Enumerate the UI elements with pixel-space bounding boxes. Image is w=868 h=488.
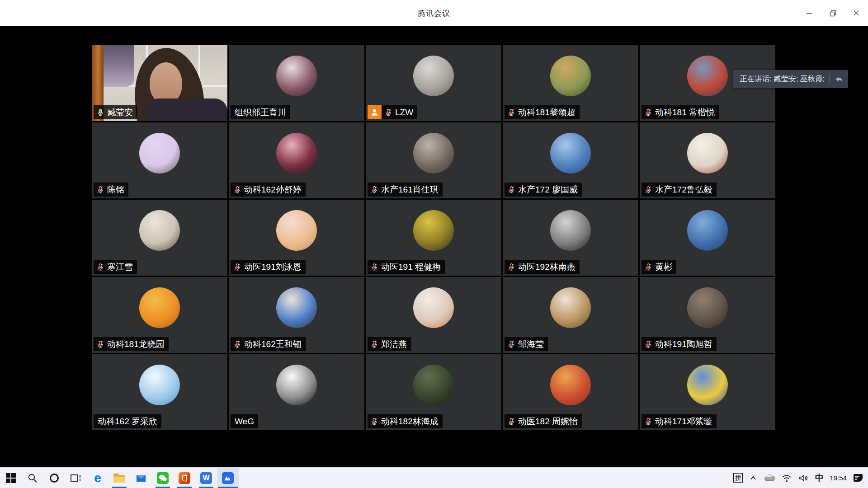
participant-tile[interactable]: WeG: [229, 354, 364, 430]
participant-label: WeG: [231, 414, 258, 428]
wifi-tray-item[interactable]: [781, 468, 792, 488]
hidden-icons-chevron-icon: [749, 474, 757, 482]
wps-icon: W: [200, 472, 212, 484]
participant-label: 动科162孙舒婷: [231, 183, 306, 197]
participant-tile[interactable]: 动科162王和钿: [229, 277, 364, 353]
participant-tile[interactable]: 动科181龙晓园: [92, 277, 227, 353]
participant-name: 动科171邓紫璇: [655, 416, 712, 427]
participant-avatar: [687, 56, 728, 96]
member-badge-icon: [368, 105, 382, 119]
restore-button[interactable]: [821, 0, 844, 26]
mic-muted-icon: [96, 186, 104, 194]
office-taskbar-button[interactable]: [174, 468, 195, 488]
participant-avatar: [139, 210, 180, 251]
participant-tile[interactable]: 郑洁燕: [366, 277, 501, 353]
participant-label: 动科181 常楷悦: [642, 105, 719, 119]
meeting-taskbar-button[interactable]: [217, 468, 239, 488]
ime-lang-tray-item[interactable]: 中: [815, 468, 824, 488]
participant-label: 动科181黎颂超: [505, 105, 580, 119]
mic-muted-icon: [644, 340, 652, 348]
participant-avatar: [550, 56, 591, 96]
participant-label: 邹海莹: [505, 337, 548, 351]
participant-avatar: [413, 287, 454, 328]
participant-tile[interactable]: 水产172 廖国威: [503, 122, 638, 198]
minimize-button[interactable]: [797, 0, 821, 26]
participant-name: 动科162 罗采欣: [98, 416, 157, 427]
mic-muted-icon: [507, 418, 515, 426]
participant-tile[interactable]: 动科191陶旭哲: [640, 277, 775, 353]
mic-muted-icon: [507, 108, 515, 117]
participant-avatar: [550, 133, 591, 174]
participant-name: 水产172 廖国威: [518, 184, 578, 196]
reply-arrow-icon[interactable]: [834, 75, 844, 84]
participant-tile[interactable]: 水产161肖佳琪: [366, 122, 501, 198]
search-taskbar-button[interactable]: [22, 468, 43, 488]
participant-tile[interactable]: 寒江雪: [92, 200, 227, 276]
participant-tile[interactable]: LZW: [366, 45, 501, 121]
participant-label: 动医192林南燕: [505, 260, 580, 274]
taskview-taskbar-button[interactable]: [65, 468, 87, 488]
ime-pinyin-tray-item[interactable]: 拼: [733, 468, 743, 488]
mail-taskbar-button[interactable]: [130, 468, 152, 488]
participant-avatar: [550, 210, 591, 251]
participant-name: 黄彬: [655, 261, 672, 273]
wifi-icon: [781, 474, 792, 483]
minimize-icon: [806, 10, 812, 16]
participant-tile-video[interactable]: 臧莹安: [92, 45, 227, 121]
participant-tile[interactable]: 动医192林南燕: [503, 200, 638, 276]
mic-muted-icon: [370, 186, 378, 194]
participant-name: 邹海莹: [518, 338, 544, 350]
participant-name: 陈铭: [107, 184, 124, 196]
onedrive-tray-item[interactable]: [764, 468, 775, 488]
participant-tile[interactable]: 组织部王育川: [229, 45, 364, 121]
participant-tile[interactable]: 动科171邓紫璇: [640, 354, 775, 430]
participant-tile[interactable]: 动医191 程健梅: [366, 200, 501, 276]
start-taskbar-button[interactable]: [0, 468, 22, 488]
cortana-taskbar-button[interactable]: [43, 468, 65, 488]
participant-tile[interactable]: 动科182林海成: [366, 354, 501, 430]
speaking-toast-text: 正在讲话: 臧莹安; 巫秋霞;: [740, 74, 825, 84]
volume-tray-item[interactable]: [798, 468, 809, 488]
action-center-tray-item[interactable]: [853, 468, 863, 488]
participant-tile[interactable]: 动医191刘泳恩: [229, 200, 364, 276]
onedrive-cloud-icon: [764, 474, 775, 483]
participant-tile[interactable]: 邹海莹: [503, 277, 638, 353]
participant-avatar: [687, 133, 728, 174]
participant-avatar: [413, 133, 454, 174]
participant-name: 动医182 周婉怡: [518, 416, 578, 427]
ime-pinyin-icon: 拼: [733, 473, 743, 483]
participant-tile[interactable]: 动科162 罗采欣: [92, 354, 227, 430]
mic-muted-icon: [233, 340, 241, 348]
participant-label: 水产172鲁弘毅: [642, 183, 717, 197]
wps-taskbar-button[interactable]: W: [195, 468, 217, 488]
participant-name: 动科162王和钿: [244, 338, 302, 350]
participant-tile[interactable]: 黄彬: [640, 200, 775, 276]
wechat-taskbar-button[interactable]: [152, 468, 174, 488]
system-tray: 拼中19:54: [733, 468, 868, 488]
mic-muted-icon: [370, 418, 378, 426]
participant-label: 动科191陶旭哲: [642, 337, 717, 351]
participant-tile[interactable]: 水产172鲁弘毅: [640, 122, 775, 198]
mic-muted-icon: [96, 340, 104, 348]
participant-label: 动医182 周婉怡: [505, 414, 582, 428]
close-button[interactable]: [844, 0, 868, 26]
clock-tray-item[interactable]: 19:54: [830, 468, 847, 488]
participant-tile[interactable]: 陈铭: [92, 122, 227, 198]
explorer-taskbar-button[interactable]: [108, 468, 130, 488]
participant-tile[interactable]: 动医182 周婉怡: [503, 354, 638, 430]
participant-name: 水产172鲁弘毅: [655, 184, 712, 196]
meeting-stage: 臧莹安组织部王育川LZW动科181黎颂超动科181 常楷悦陈铭动科162孙舒婷水…: [0, 26, 868, 467]
participant-tile[interactable]: 动科162孙舒婷: [229, 122, 364, 198]
participant-label: 动科162王和钿: [231, 337, 306, 351]
participant-avatar: [276, 365, 317, 405]
taskbar-clock: 19:54: [830, 474, 847, 482]
participant-tile[interactable]: 动科181黎颂超: [503, 45, 638, 121]
tray-chevron-tray-item[interactable]: [749, 468, 758, 488]
participant-label: 郑洁燕: [368, 337, 411, 351]
participant-avatar: [550, 287, 591, 328]
edge-taskbar-button[interactable]: e: [87, 468, 108, 488]
mic-muted-icon: [644, 263, 652, 271]
participant-name: 动科181龙晓园: [107, 338, 165, 350]
taskbar-apps: eW: [0, 468, 239, 488]
participant-label: 动科182林海成: [368, 414, 443, 428]
